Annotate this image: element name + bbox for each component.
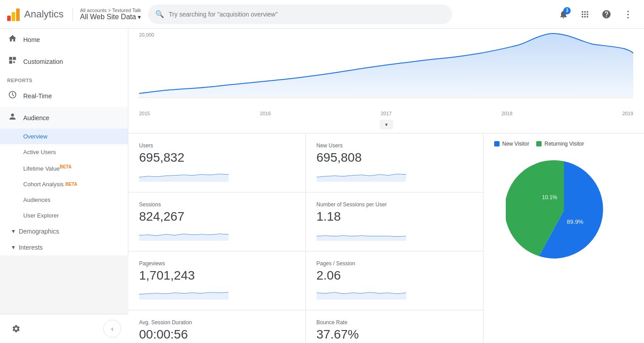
account-selector[interactable]: All accounts > Textured Talk All Web Sit… (80, 8, 141, 21)
settings-button[interactable] (7, 320, 25, 338)
new-visitor-label: New Visitor (502, 141, 529, 147)
more-options-button[interactable]: ⋮ (619, 5, 637, 23)
chevron-down-icon: ▼ (11, 244, 16, 251)
customization-label: Customization (23, 58, 63, 65)
audience-label: Audience (23, 114, 49, 121)
pie-chart-container: 89.9% 10.1% (494, 152, 633, 268)
home-icon (7, 34, 18, 45)
metric-new-users-label: New Users (317, 142, 473, 149)
sidebar-item-audience[interactable]: Audience (0, 107, 128, 129)
audience-icon (7, 112, 18, 123)
legend-returning-visitor: Returning Visitor (536, 141, 584, 147)
metrics-grid-area: Users 695,832 New Users 695,808 (128, 134, 483, 343)
sidebar-wrapper: Home Customization REPORTS Real-Time (0, 29, 128, 343)
pie-green-label: 10.1% (542, 194, 557, 201)
metric-bounce-rate: Bounce Rate 37.67% (306, 310, 483, 343)
metric-new-users-value: 695,808 (317, 151, 473, 165)
notifications-button[interactable]: 3 (555, 5, 572, 23)
metric-ps-label: Pages / Session (317, 260, 473, 267)
app-title: Analytics (24, 8, 64, 20)
search-bar[interactable]: 🔍 (148, 4, 452, 24)
chart-svg (139, 29, 633, 100)
new-visitor-dot (494, 141, 500, 146)
sidebar-item-demographics[interactable]: ▼ Demographics (0, 223, 128, 239)
metric-pageviews-label: Pageviews (139, 260, 295, 267)
collapse-sidebar-button[interactable]: ‹ (103, 320, 121, 338)
search-input[interactable] (169, 11, 445, 18)
notification-badge: 3 (564, 7, 571, 14)
x-label-2017: 2017 (381, 111, 391, 116)
pie-blue-label: 89.9% (567, 218, 583, 225)
x-label-2015: 2015 (139, 111, 150, 116)
sidebar-subitem-overview[interactable]: Overview (0, 129, 128, 144)
legend-new-visitor: New Visitor (494, 141, 529, 147)
chart-area: 20,000 2015 (128, 29, 644, 134)
customization-icon (7, 56, 18, 67)
sparkline-pageviews (139, 286, 229, 300)
sidebar-footer: ‹ (0, 314, 128, 343)
returning-visitor-dot (536, 141, 542, 146)
metric-sessions: Sessions 824,267 (128, 192, 306, 251)
home-label: Home (23, 36, 40, 43)
header-actions: 3 ⋮ (555, 5, 637, 23)
metric-sessions-label: Sessions (139, 201, 295, 208)
realtime-icon (7, 90, 18, 101)
sidebar-subitem-user-explorer[interactable]: User Explorer (0, 208, 128, 223)
sidebar-subitem-lifetime-value[interactable]: Lifetime ValueBETA (0, 160, 128, 176)
x-label-2016: 2016 (260, 111, 271, 116)
metric-asd-label: Avg. Session Duration (139, 319, 295, 326)
interests-label: Interests (19, 244, 43, 251)
search-icon: 🔍 (155, 10, 164, 18)
sidebar-item-interests[interactable]: ▼ Interests (0, 239, 128, 255)
metric-users: Users 695,832 (128, 134, 306, 192)
metric-pages-session: Pages / Session 2.06 (306, 251, 483, 310)
demographics-label: Demographics (19, 228, 59, 235)
x-label-2019: 2019 (623, 111, 633, 116)
metric-new-users: New Users 695,808 (306, 134, 483, 192)
pie-chart-section: New Visitor Returning Visitor (483, 134, 644, 343)
metric-spu-value: 1.18 (317, 209, 473, 224)
pie-legend: New Visitor Returning Visitor (494, 141, 633, 147)
chart-y-label: 20,000 (139, 32, 154, 38)
chart-controls: ▾ (139, 120, 633, 133)
sidebar-item-home[interactable]: Home (0, 29, 128, 50)
sidebar-item-realtime[interactable]: Real-Time (0, 85, 128, 107)
sidebar-subitem-active-users[interactable]: Active Users (0, 144, 128, 160)
sidebar-item-customization[interactable]: Customization (0, 50, 128, 72)
line-chart: 20,000 (139, 29, 633, 109)
account-name[interactable]: All Web Site Data ▾ (80, 13, 141, 21)
metric-ps-value: 2.06 (317, 268, 473, 283)
metric-sessions-per-user: Number of Sessions per User 1.18 (306, 192, 483, 251)
cohort-beta-badge: BETA (65, 182, 77, 187)
pie-chart-svg: 89.9% 10.1% (506, 152, 622, 268)
logo-icon (7, 8, 20, 21)
sparkline-ps (317, 286, 406, 300)
metric-pageviews-value: 1,701,243 (139, 268, 295, 283)
sparkline-new-users (317, 168, 406, 182)
sidebar: Home Customization REPORTS Real-Time (0, 29, 128, 255)
sidebar-subitem-cohort[interactable]: Cohort Analysis BETA (0, 176, 128, 192)
metric-avg-session-duration: Avg. Session Duration 00:00:56 (128, 310, 306, 343)
metric-users-value: 695,832 (139, 151, 295, 165)
metric-spu-label: Number of Sessions per User (317, 201, 473, 208)
metrics-section: Users 695,832 New Users 695,808 (128, 134, 644, 343)
account-path: All accounts > Textured Talk (80, 8, 141, 13)
chevron-down-icon: ▼ (11, 228, 16, 234)
apps-button[interactable] (576, 5, 594, 23)
chevron-down-icon: ▾ (138, 13, 141, 21)
reports-section-label: REPORTS (0, 74, 128, 85)
sparkline-spu (317, 227, 406, 241)
sparkline-users (139, 168, 229, 182)
realtime-label: Real-Time (23, 92, 52, 100)
main-content: 20,000 2015 (128, 29, 644, 343)
sidebar-subitem-audiences[interactable]: Audiences (0, 192, 128, 208)
metric-pageviews: Pageviews 1,701,243 (128, 251, 306, 310)
main-layout: Home Customization REPORTS Real-Time (0, 29, 644, 343)
metric-asd-value: 00:00:56 (139, 327, 295, 342)
metric-users-label: Users (139, 142, 295, 149)
chart-control-button[interactable]: ▾ (380, 120, 393, 130)
metric-sessions-value: 824,267 (139, 209, 295, 224)
chart-x-labels: 2015 2016 2017 2018 2019 (139, 109, 633, 120)
help-button[interactable] (597, 5, 615, 23)
metric-br-value: 37.67% (317, 327, 473, 342)
